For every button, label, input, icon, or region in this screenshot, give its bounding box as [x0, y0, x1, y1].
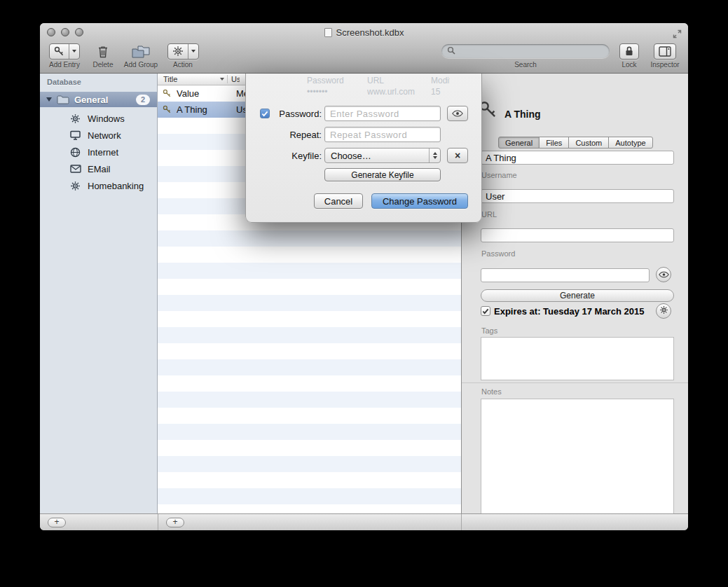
- inspector-panel-icon: [654, 44, 675, 59]
- faint-password-dots: •••••••: [307, 87, 349, 97]
- toolbar-add-entry[interactable]: Add Entry: [44, 43, 85, 69]
- add-entry-dropdown[interactable]: [69, 44, 79, 59]
- disclosure-triangle-icon[interactable]: [46, 97, 52, 102]
- generate-keyfile-button[interactable]: Generate Keyfile: [324, 168, 441, 181]
- sidebar-group-general[interactable]: General 2: [40, 92, 157, 107]
- inspector-entry-title: A Thing: [504, 109, 541, 120]
- key-icon: [163, 105, 172, 114]
- generate-password-button[interactable]: Generate: [481, 289, 674, 302]
- app-window: Screenshot.kdbx Add Entry Delete: [40, 23, 688, 530]
- expires-checkbox[interactable]: [481, 306, 490, 316]
- delete-label: Delete: [93, 61, 114, 69]
- entry-username-cell: User: [236, 104, 245, 115]
- tab-general[interactable]: General: [498, 137, 540, 149]
- monitor-icon: [69, 130, 81, 141]
- sidebar-item-label: Homebanking: [88, 181, 144, 191]
- divider: [461, 514, 462, 530]
- sort-indicator-icon: [220, 78, 224, 81]
- notes-label: Notes: [481, 387, 502, 396]
- tab-autotype[interactable]: Autotype: [608, 137, 652, 149]
- entry-title-cell: A Thing: [177, 104, 236, 115]
- key-icon: [50, 44, 69, 59]
- title-field[interactable]: [481, 151, 674, 165]
- faint-modified: 15: [431, 87, 450, 97]
- divider: [158, 514, 158, 530]
- keyfile-label: Keyfile:: [271, 151, 322, 161]
- eye-icon: [659, 268, 669, 281]
- sidebar-item-label: Windows: [88, 113, 125, 124]
- action-dropdown[interactable]: [188, 44, 198, 59]
- toolbar-inspector[interactable]: Inspector: [648, 43, 682, 69]
- toolbar-delete[interactable]: Delete: [88, 43, 118, 69]
- sidebar-item-windows[interactable]: Windows: [40, 110, 157, 127]
- repeat-password-input[interactable]: [324, 127, 441, 142]
- toolbar-action[interactable]: Action: [165, 43, 201, 69]
- tab-custom[interactable]: Custom: [568, 137, 609, 149]
- reveal-password-button[interactable]: [447, 106, 468, 121]
- toolbar-lock[interactable]: Lock: [616, 43, 643, 69]
- chevron-down-icon: [191, 50, 195, 53]
- toolbar-add-group[interactable]: Add Group: [120, 43, 162, 69]
- bottom-bar: + +: [40, 513, 688, 530]
- username-label: Username: [481, 171, 517, 179]
- document-icon: [324, 28, 332, 37]
- keyfile-popup[interactable]: Choose…: [324, 148, 441, 163]
- sidebar-item-internet[interactable]: Internet: [40, 144, 157, 160]
- faint-column-url: URL: [367, 76, 416, 85]
- sidebar-item-label: EMail: [88, 164, 111, 174]
- expires-settings-button[interactable]: [656, 303, 671, 319]
- inspector-label: Inspector: [650, 61, 679, 69]
- popup-stepper-icon: [429, 149, 440, 163]
- faint-column-password: Password: [307, 76, 349, 85]
- faint-url: www.url.com: [367, 87, 423, 97]
- eye-icon: [452, 108, 463, 119]
- fullscreen-icon[interactable]: [673, 29, 682, 41]
- reveal-password-button[interactable]: [656, 267, 671, 282]
- gear-icon: [659, 305, 668, 317]
- add-entry-label: Add Entry: [49, 61, 80, 69]
- add-group-button[interactable]: +: [48, 518, 66, 527]
- change-password-button[interactable]: Change Password: [371, 193, 468, 209]
- window-title-text: Screenshot.kdbx: [336, 27, 404, 38]
- clear-keyfile-button[interactable]: ×: [447, 148, 468, 163]
- folder-icon: [57, 95, 69, 104]
- tab-files[interactable]: Files: [539, 137, 569, 149]
- search-label: Search: [514, 61, 537, 69]
- cancel-button[interactable]: Cancel: [314, 193, 363, 209]
- gear-icon: [69, 180, 81, 192]
- column-header-username[interactable]: Username: [227, 75, 240, 83]
- username-field[interactable]: [481, 189, 674, 203]
- search-input[interactable]: [459, 46, 604, 56]
- sidebar-item-network[interactable]: Network: [40, 127, 157, 144]
- window-chrome: Screenshot.kdbx Add Entry Delete: [40, 23, 688, 74]
- divider: [462, 382, 688, 383]
- column-header-title[interactable]: Title: [158, 75, 227, 83]
- change-password-dialog: Password URL Modified ••••••• www.url.co…: [245, 74, 482, 223]
- repeat-label: Repeat:: [271, 130, 322, 140]
- entry-username-cell: Me: [236, 88, 245, 99]
- globe-icon: [69, 146, 81, 158]
- check-icon: [482, 305, 489, 317]
- sidebar-item-email[interactable]: EMail: [40, 160, 157, 177]
- notes-field[interactable]: [481, 399, 674, 530]
- search-icon: [447, 45, 455, 57]
- sidebar-item-homebanking[interactable]: Homebanking: [40, 177, 157, 194]
- faint-column-modified: Modified: [431, 76, 450, 85]
- url-field[interactable]: [481, 228, 674, 242]
- password-input[interactable]: [324, 106, 441, 121]
- entry-title-cell: Value: [177, 88, 236, 99]
- url-label: URL: [481, 210, 497, 219]
- key-icon: [163, 89, 172, 98]
- password-field[interactable]: [481, 268, 650, 282]
- close-icon: ×: [455, 150, 460, 161]
- add-entry-button[interactable]: +: [166, 518, 184, 527]
- password-checkbox[interactable]: [260, 109, 270, 118]
- action-label: Action: [173, 61, 193, 69]
- tags-label: Tags: [481, 326, 497, 335]
- keyfile-value: Choose…: [331, 151, 371, 161]
- toolbar-search: Search: [441, 43, 610, 69]
- sidebar-section-header: Database: [47, 78, 81, 86]
- folders-icon: [132, 43, 150, 60]
- tags-field[interactable]: [481, 337, 674, 380]
- password-label: Password: [481, 249, 515, 258]
